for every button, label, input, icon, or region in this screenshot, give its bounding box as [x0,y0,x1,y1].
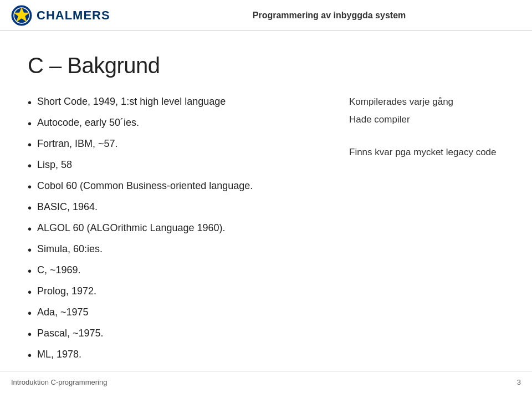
footer: Introduktion C-programmering 3 [0,371,532,393]
list-item: ALGOL 60 (ALGOrithmic Language 1960). [28,221,349,237]
right-text-finns: Finns kvar pga mycket legacy code [349,145,504,163]
list-item: Ada, ~1975 [28,305,349,321]
slide-title: C – Bakgrund [28,53,504,78]
list-item: C, ~1969. [28,263,349,279]
brand-name: CHALMERS [37,8,110,23]
list-item: Simula, 60:ies. [28,242,349,258]
chalmers-logo-icon [11,5,32,26]
left-column: Short Code, 1949, 1:st high level langua… [28,95,349,369]
content-area: Short Code, 1949, 1:st high level langua… [28,95,504,369]
list-item: Fortran, IBM, ~57. [28,137,349,152]
header-title: Programmering av inbyggda system [137,11,521,21]
main-content: C – Bakgrund Short Code, 1949, 1:st high… [0,31,532,371]
list-item: Lisp, 58 [28,158,349,173]
right-column: Kompilerades varje gång Hade compiler Fi… [349,95,504,369]
list-item: ML, 1978. [28,348,349,363]
list-item: Autocode, early 50´ies. [28,116,349,131]
right-text-kompilerades: Kompilerades varje gång Hade compiler [349,95,504,130]
bullet-list: Short Code, 1949, 1:st high level langua… [28,95,349,363]
list-item: Pascal, ~1975. [28,326,349,342]
list-item: Cobol 60 (Common Business-oriented langu… [28,179,349,195]
header-logo: CHALMERS [11,5,137,26]
list-item: BASIC, 1964. [28,200,349,216]
footer-right: 3 [517,378,521,386]
header: CHALMERS Programmering av inbyggda syste… [0,0,532,31]
list-item: Prolog, 1972. [28,284,349,300]
footer-left: Introduktion C-programmering [11,378,107,386]
list-item: Short Code, 1949, 1:st high level langua… [28,95,349,110]
